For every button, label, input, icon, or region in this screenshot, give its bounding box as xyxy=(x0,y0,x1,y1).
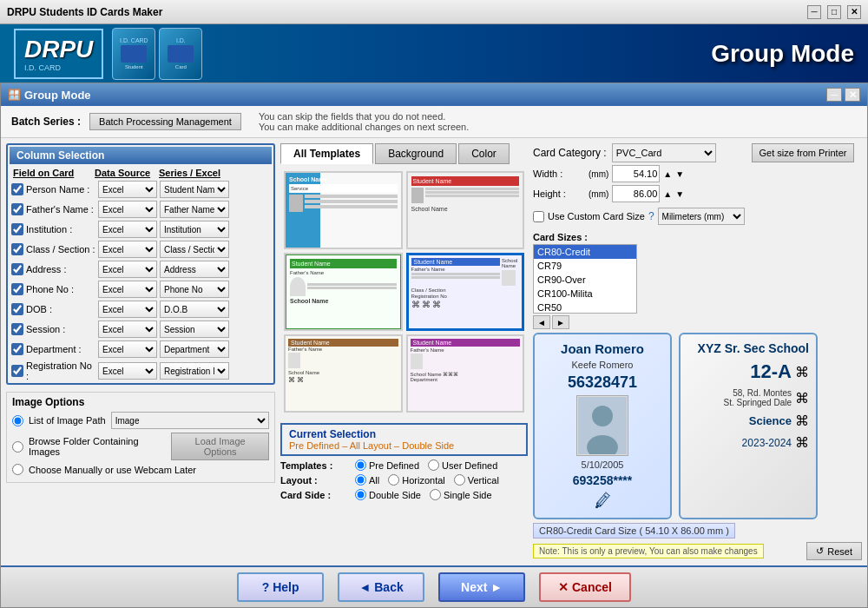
address-source-select[interactable]: Excel xyxy=(98,261,157,278)
phone-check[interactable] xyxy=(11,283,23,295)
vertical-radio-item: Vertical xyxy=(454,474,499,486)
list-item[interactable]: CR80-Credit xyxy=(534,245,636,259)
father-name-series-select[interactable]: Father Name xyxy=(160,201,229,218)
height-spinner-up[interactable]: ▲ xyxy=(663,189,672,199)
browse-folder-radio[interactable] xyxy=(12,441,23,453)
template-scroll[interactable]: School Name Service xyxy=(280,168,528,420)
tab-background[interactable]: Background xyxy=(375,143,457,164)
person-name-series-select[interactable]: Student Name xyxy=(160,181,229,198)
width-spinner-up[interactable]: ▲ xyxy=(663,169,672,179)
card-sizes-list[interactable]: CR80-Credit CR79 CR90-Over CR100-Milita … xyxy=(533,244,637,314)
person-name-source-select[interactable]: Excel xyxy=(98,181,157,198)
department-source-select[interactable]: Excel xyxy=(98,340,157,358)
preview-card-number: 693258**** xyxy=(573,473,633,487)
maximize-btn[interactable]: □ xyxy=(827,5,841,19)
preview-photo xyxy=(576,395,628,456)
dob-series-select[interactable]: D.O.B xyxy=(160,301,229,318)
horizontal-label: Horizontal xyxy=(402,475,445,486)
custom-size-check[interactable] xyxy=(533,211,544,222)
back-button[interactable]: ◄ Back xyxy=(338,572,424,602)
next-button[interactable]: Next ► xyxy=(438,572,525,602)
address-check[interactable] xyxy=(11,263,23,275)
userdefined-radio[interactable] xyxy=(428,459,439,471)
card-size-prev-btn[interactable]: ◄ xyxy=(533,315,550,329)
webcam-radio[interactable] xyxy=(12,464,23,475)
all-radio[interactable] xyxy=(355,474,366,486)
help-button[interactable]: ? Help xyxy=(237,572,324,602)
width-input[interactable] xyxy=(612,165,660,182)
phone-series-select[interactable]: Phone No xyxy=(160,281,229,298)
registration-check[interactable] xyxy=(11,365,23,377)
horizontal-radio-item: Horizontal xyxy=(388,474,445,486)
list-image-radio[interactable] xyxy=(12,415,23,426)
webcam-label: Choose Manually or use Webcam Later xyxy=(29,465,196,475)
inner-window: 🪟 Group Mode ─ ✕ Batch Series : Batch Pr… xyxy=(0,83,868,608)
father-name-source-select[interactable]: Excel xyxy=(98,201,157,218)
height-input[interactable] xyxy=(612,185,660,202)
horizontal-radio[interactable] xyxy=(388,474,399,486)
cancel-button[interactable]: ✕ Cancel xyxy=(539,572,631,602)
institution-check[interactable] xyxy=(11,223,23,235)
session-source-select[interactable]: Excel xyxy=(98,321,157,338)
list-item[interactable]: Student Name Father's Name School N xyxy=(284,253,403,331)
width-spinner-down[interactable]: ▼ xyxy=(675,169,684,179)
list-item[interactable]: Student Name Father's Name School N xyxy=(406,334,525,413)
dob-label: DOB : xyxy=(26,304,95,314)
class-series-select[interactable]: Class / Section xyxy=(160,241,229,258)
list-item[interactable]: School Name Service xyxy=(284,171,403,249)
single-side-radio-item: Single Side xyxy=(430,489,492,500)
session-check[interactable] xyxy=(11,323,23,335)
registration-series-select[interactable]: Registration No xyxy=(160,362,229,380)
image-type-select[interactable]: Image xyxy=(111,412,269,429)
department-label: Department : xyxy=(26,344,95,354)
dob-source-select[interactable]: Excel xyxy=(98,301,157,318)
person-name-check[interactable] xyxy=(11,183,23,195)
tab-all-templates[interactable]: All Templates xyxy=(280,143,373,164)
batch-processing-button[interactable]: Batch Processing Management xyxy=(89,113,241,130)
help-icon[interactable]: ? xyxy=(648,210,654,222)
inner-minimize-btn[interactable]: ─ xyxy=(826,88,842,102)
list-item[interactable]: CR90-Over xyxy=(534,273,636,287)
class-source-select[interactable]: Excel xyxy=(98,241,157,258)
close-btn[interactable]: ✕ xyxy=(847,5,861,19)
department-series-select[interactable]: Department xyxy=(160,340,229,358)
column-selection-box: Column Selection Field on Card Data Sour… xyxy=(6,143,275,385)
father-name-check[interactable] xyxy=(11,203,23,215)
card-category-select[interactable]: PVC_Card xyxy=(612,143,716,162)
list-item[interactable]: CR79 xyxy=(534,259,636,273)
card-dimensions: Width : (mm) ▲ ▼ Height : (mm) ▲ xyxy=(533,165,745,205)
inner-close-btn[interactable]: ✕ xyxy=(845,88,860,102)
department-check[interactable] xyxy=(11,343,23,355)
tab-color[interactable]: Color xyxy=(458,143,510,164)
get-size-button[interactable]: Get size from Printer xyxy=(752,143,855,162)
list-item[interactable]: CR50 xyxy=(534,301,636,314)
unit-select[interactable]: Milimeters (mm) xyxy=(658,208,745,225)
image-options-title: Image Options xyxy=(12,396,269,408)
list-item[interactable]: Student Name Father's Name School Name xyxy=(406,253,525,331)
address-series-select[interactable]: Address xyxy=(160,261,229,278)
registration-source-select[interactable]: Excel xyxy=(98,362,157,380)
institution-series-select[interactable]: Institution xyxy=(160,221,229,238)
single-side-radio[interactable] xyxy=(430,489,441,500)
cmd-icon-4: ⌘ xyxy=(795,434,809,451)
dob-check[interactable] xyxy=(11,303,23,315)
list-item[interactable]: CR100-Milita xyxy=(534,287,636,301)
session-series-select[interactable]: Session xyxy=(160,321,229,338)
preview-address-1: 58, Rd. Montes xyxy=(724,388,792,398)
list-item[interactable]: Student Name School Name xyxy=(406,171,525,249)
predefined-radio[interactable] xyxy=(355,459,366,471)
id-card-icon-2: I.D. Card xyxy=(159,28,202,80)
phone-source-select[interactable]: Excel xyxy=(98,281,157,298)
main-content: Column Selection Field on Card Data Sour… xyxy=(1,138,867,565)
list-item[interactable]: Student Name Father's Name xyxy=(284,334,403,413)
institution-source-select[interactable]: Excel xyxy=(98,221,157,238)
minimize-btn[interactable]: ─ xyxy=(807,5,821,19)
height-spinner-down[interactable]: ▼ xyxy=(675,189,684,199)
current-selection-text: Pre Defined – All Layout – Double Side xyxy=(289,440,519,451)
class-section-check[interactable] xyxy=(11,243,23,255)
double-side-label: Double Side xyxy=(369,490,421,500)
reset-button[interactable]: ↺ Reset xyxy=(806,542,862,560)
vertical-radio[interactable] xyxy=(454,474,465,486)
card-size-next-btn[interactable]: ► xyxy=(552,315,569,329)
double-side-radio[interactable] xyxy=(355,489,366,500)
